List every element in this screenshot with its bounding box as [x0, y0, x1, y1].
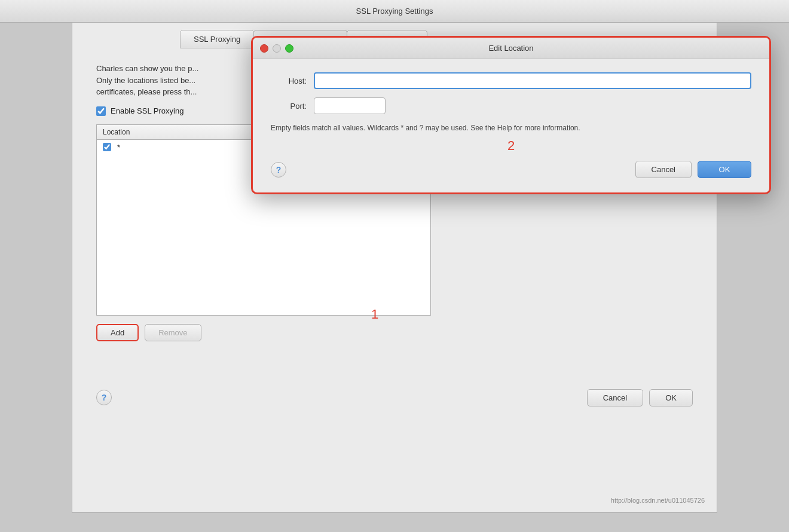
- port-label: Port:: [271, 102, 307, 111]
- host-input[interactable]: [314, 72, 751, 89]
- dialog-ok-button[interactable]: OK: [698, 161, 751, 178]
- host-row: Host:: [271, 72, 751, 89]
- title-bar: SSL Proxying Settings: [0, 0, 789, 23]
- tab-ssl-proxying[interactable]: SSL Proxying: [180, 30, 254, 48]
- row-location: *: [117, 143, 120, 152]
- maximize-icon[interactable]: [285, 44, 293, 53]
- dialog-body: Host: Port: Empty fields match all value…: [253, 59, 769, 192]
- enable-ssl-proxying-label: Enable SSL Proxying: [111, 106, 184, 115]
- port-input[interactable]: [314, 97, 386, 114]
- edit-location-dialog: Edit Location Host: Port: Empty fields m…: [251, 36, 771, 194]
- dialog-title: Edit Location: [253, 44, 769, 53]
- port-row: Port:: [271, 97, 751, 114]
- close-icon[interactable]: [260, 44, 268, 53]
- hint-text: Empty fields match all values. Wildcards…: [271, 123, 751, 133]
- attribution: http://blog.csdn.net/u011045726: [611, 497, 705, 504]
- host-label: Host:: [271, 77, 307, 85]
- minimize-icon[interactable]: [273, 44, 281, 53]
- enable-ssl-proxying-checkbox[interactable]: [96, 106, 106, 116]
- footer-area: ? Cancel OK: [72, 380, 717, 416]
- main-bottom-buttons: Add Remove: [96, 324, 693, 341]
- dialog-footer: ? Cancel OK: [271, 156, 751, 181]
- remove-button[interactable]: Remove: [145, 324, 201, 341]
- dialog-action-buttons: Cancel OK: [635, 161, 751, 178]
- add-button[interactable]: Add: [96, 324, 139, 341]
- main-cancel-button[interactable]: Cancel: [587, 389, 643, 406]
- row-checkbox[interactable]: [103, 143, 111, 151]
- dialog-titlebar: Edit Location: [253, 38, 769, 59]
- traffic-lights: [260, 44, 293, 53]
- column-header-location: Location: [97, 125, 136, 139]
- footer-buttons: Cancel OK: [587, 389, 693, 406]
- annotation-2: 2: [271, 138, 751, 154]
- main-ok-button[interactable]: OK: [649, 389, 693, 406]
- dialog-help-button[interactable]: ?: [271, 162, 286, 178]
- annotation-1: 1: [371, 307, 378, 322]
- window-title: SSL Proxying Settings: [356, 7, 433, 16]
- main-help-button[interactable]: ?: [96, 390, 112, 405]
- dialog-cancel-button[interactable]: Cancel: [635, 161, 692, 178]
